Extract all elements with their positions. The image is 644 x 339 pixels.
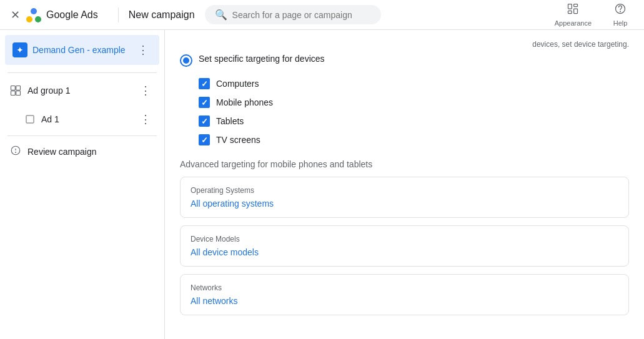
mobile-label: Mobile phones [216, 97, 273, 107]
checkbox-mobile[interactable]: Mobile phones [199, 93, 629, 112]
tv-label: TV screens [216, 135, 260, 145]
targeting-cards: Operating Systems All operating systems … [180, 177, 629, 315]
targeting-option: Set specific targeting for devices [180, 54, 629, 67]
campaign-title: New campaign [129, 9, 195, 21]
appearance-button[interactable]: Appearance [547, 0, 599, 29]
svg-rect-5 [574, 9, 578, 14]
sidebar-ad[interactable]: Ad 1 ⋮ [0, 106, 164, 133]
ad-icon [25, 114, 35, 124]
svg-point-16 [16, 152, 16, 153]
svg-rect-3 [568, 4, 572, 9]
checkbox-tablets[interactable]: Tablets [199, 112, 629, 130]
svg-rect-13 [26, 115, 34, 123]
targeting-option-label: Set specific targeting for devices [199, 54, 325, 64]
google-ads-icon [25, 6, 42, 24]
tv-checkbox[interactable] [199, 134, 210, 145]
close-button[interactable]: ✕ [5, 5, 25, 25]
appearance-label: Appearance [555, 19, 592, 27]
help-button[interactable]: Help [602, 0, 639, 29]
svg-point-2 [31, 8, 37, 14]
networks-card: Networks All networks [180, 274, 629, 315]
device-note: devices, set device targeting. [532, 40, 629, 49]
device-checkboxes: Computers Mobile phones Tablets TV scree… [180, 74, 629, 149]
review-label: Review campaign [27, 147, 97, 157]
checkbox-computers[interactable]: Computers [199, 74, 629, 93]
advanced-targeting-title: Advanced targeting for mobile phones and… [180, 159, 629, 169]
sidebar-divider-1 [7, 72, 157, 73]
targeting-radio[interactable] [180, 54, 192, 67]
search-input[interactable] [232, 10, 371, 20]
ad-label: Ad 1 [41, 114, 131, 124]
sidebar-adgroup[interactable]: Ad group 1 ⋮ [0, 76, 164, 106]
campaign-label: Demand Gen - example [32, 45, 129, 55]
google-ads-logo: Google Ads [25, 6, 98, 24]
device-models-title: Device Models [191, 235, 618, 243]
mobile-checkbox[interactable] [199, 97, 210, 108]
tablets-label: Tablets [216, 116, 244, 126]
adgroup-label: Ad group 1 [27, 86, 131, 96]
computers-label: Computers [216, 79, 259, 89]
svg-rect-10 [16, 86, 21, 91]
appearance-icon [567, 2, 579, 18]
svg-point-0 [26, 16, 32, 22]
operating-systems-title: Operating Systems [191, 186, 618, 195]
top-navigation: ✕ Google Ads New campaign 🔍 Appearance [0, 0, 644, 30]
help-icon [614, 2, 627, 18]
svg-rect-9 [11, 86, 16, 91]
help-label: Help [613, 19, 628, 27]
device-models-value[interactable]: All device models [191, 247, 618, 257]
adgroup-icon [10, 85, 21, 96]
content-area: devices, set device targeting. Set speci… [165, 30, 644, 339]
main-layout: ✦ Demand Gen - example ⋮ Ad group 1 ⋮ [0, 30, 644, 339]
svg-rect-6 [568, 11, 572, 13]
review-icon [10, 145, 21, 159]
adgroup-more-button[interactable]: ⋮ [137, 82, 154, 99]
campaign-icon-symbol: ✦ [16, 45, 24, 55]
sidebar-divider-2 [7, 135, 157, 136]
tablets-checkbox[interactable] [199, 115, 210, 127]
checkbox-tv[interactable]: TV screens [199, 130, 629, 149]
svg-rect-4 [574, 4, 578, 7]
svg-rect-11 [11, 91, 16, 96]
operating-systems-value[interactable]: All operating systems [191, 199, 618, 209]
sidebar-campaign[interactable]: ✦ Demand Gen - example ⋮ [5, 35, 159, 65]
logo-text: Google Ads [46, 9, 98, 21]
sidebar-review[interactable]: Review campaign [0, 139, 164, 165]
operating-systems-card: Operating Systems All operating systems [180, 177, 629, 218]
campaign-icon: ✦ [12, 42, 27, 57]
search-bar[interactable]: 🔍 [205, 5, 381, 24]
svg-point-8 [620, 11, 621, 12]
networks-value[interactable]: All networks [191, 296, 618, 306]
sidebar: ✦ Demand Gen - example ⋮ Ad group 1 ⋮ [0, 30, 165, 339]
nav-divider [118, 7, 119, 22]
svg-point-1 [35, 16, 41, 22]
device-models-card: Device Models All device models [180, 225, 629, 267]
computers-checkbox[interactable] [199, 78, 210, 89]
campaign-more-button[interactable]: ⋮ [134, 41, 152, 59]
svg-rect-12 [16, 91, 21, 96]
ad-more-button[interactable]: ⋮ [137, 111, 154, 128]
search-icon: 🔍 [215, 9, 227, 21]
nav-actions: Appearance Help [547, 0, 639, 29]
networks-title: Networks [191, 283, 618, 292]
